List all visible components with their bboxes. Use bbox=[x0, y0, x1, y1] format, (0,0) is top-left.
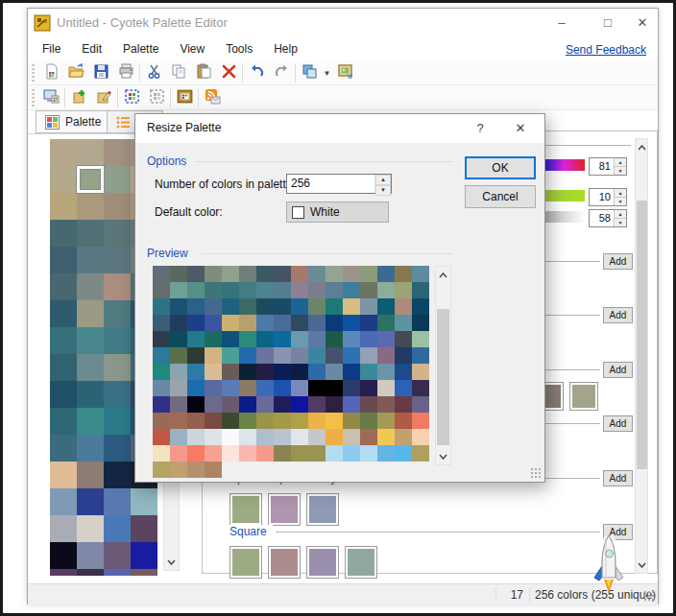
spinner-down-icon[interactable]: ▼ bbox=[615, 167, 626, 175]
palette-cell[interactable] bbox=[104, 139, 131, 166]
scheme-swatch[interactable] bbox=[306, 546, 339, 579]
cut-button[interactable] bbox=[142, 61, 165, 84]
palette-cell[interactable] bbox=[104, 300, 131, 327]
scrollbar-thumb[interactable] bbox=[437, 309, 449, 445]
palette-cell[interactable] bbox=[77, 408, 104, 435]
deselect-button[interactable] bbox=[145, 86, 168, 109]
spinner-up-icon[interactable]: ▲ bbox=[615, 189, 626, 198]
palette-cell[interactable] bbox=[50, 515, 77, 542]
send-feedback-link[interactable]: Send Feedback bbox=[566, 43, 646, 57]
palette-cell[interactable] bbox=[104, 515, 131, 542]
spinner-down-icon[interactable]: ▼ bbox=[615, 198, 626, 205]
scheme-swatch[interactable] bbox=[268, 546, 301, 579]
scheme-swatch[interactable] bbox=[306, 493, 339, 526]
palette-cell[interactable] bbox=[50, 435, 77, 462]
palette-cell[interactable] bbox=[50, 542, 77, 569]
palette-cell[interactable] bbox=[104, 166, 131, 193]
palette-cell[interactable] bbox=[104, 569, 131, 576]
palette-cell[interactable] bbox=[104, 354, 131, 381]
window-resize-grip[interactable] bbox=[643, 590, 655, 602]
add-button[interactable]: Add bbox=[603, 415, 633, 432]
scrollbar-thumb[interactable] bbox=[637, 201, 647, 469]
add-button[interactable]: Add bbox=[603, 362, 633, 378]
palette-cell[interactable] bbox=[77, 247, 104, 273]
palette-cell[interactable] bbox=[77, 488, 104, 515]
menu-file[interactable]: File bbox=[32, 39, 71, 59]
lightness-spinner[interactable]: 58▲▼ bbox=[589, 209, 627, 227]
palette-cell[interactable] bbox=[131, 515, 157, 542]
palette-cell[interactable] bbox=[104, 220, 131, 247]
menu-view[interactable]: View bbox=[169, 39, 215, 59]
scheme-swatch[interactable] bbox=[229, 493, 262, 526]
palette-cell[interactable] bbox=[50, 193, 77, 220]
palette-cell[interactable] bbox=[131, 542, 157, 569]
undo-button[interactable] bbox=[245, 61, 268, 84]
arrange-windows-button[interactable] bbox=[298, 61, 321, 84]
add-button[interactable]: Add bbox=[603, 470, 633, 486]
palette-cell[interactable] bbox=[104, 273, 131, 300]
palette-cell[interactable] bbox=[77, 462, 104, 488]
dialog-close-button[interactable]: ✕ bbox=[510, 119, 531, 138]
scheme-swatch[interactable] bbox=[345, 546, 377, 579]
palette-cell[interactable] bbox=[77, 542, 104, 569]
palette-cell[interactable] bbox=[50, 247, 77, 273]
menu-palette[interactable]: Palette bbox=[112, 39, 169, 59]
palette-cell[interactable] bbox=[104, 435, 131, 462]
palette-cell[interactable] bbox=[50, 300, 77, 327]
saturation-spinner[interactable]: 10▲▼ bbox=[589, 188, 627, 206]
paste-button[interactable] bbox=[192, 61, 215, 84]
palette-cell[interactable] bbox=[131, 569, 157, 576]
palette-cell[interactable] bbox=[77, 327, 104, 354]
palette-cell[interactable] bbox=[50, 354, 77, 381]
maximize-button[interactable]: □ bbox=[596, 13, 619, 33]
palette-cell[interactable] bbox=[77, 139, 104, 166]
palette-cell[interactable] bbox=[50, 381, 77, 408]
new-document-button[interactable] bbox=[39, 61, 62, 84]
palette-cell[interactable] bbox=[50, 408, 77, 435]
export-image-button[interactable] bbox=[333, 61, 356, 84]
palette-cell[interactable] bbox=[77, 220, 104, 247]
preview-scrollbar[interactable] bbox=[435, 266, 451, 465]
scheme-swatch[interactable] bbox=[569, 382, 598, 411]
palette-cell[interactable] bbox=[104, 542, 131, 569]
dropdown-caret-icon[interactable]: ▼ bbox=[323, 69, 331, 78]
scheme-swatch[interactable] bbox=[268, 493, 301, 526]
toolbar-grip[interactable] bbox=[32, 89, 35, 107]
palette-cell[interactable] bbox=[50, 166, 77, 193]
scroll-up-button[interactable] bbox=[436, 267, 450, 283]
palette-cell[interactable] bbox=[104, 488, 131, 515]
from-image-button[interactable] bbox=[173, 86, 196, 109]
palette-cell[interactable] bbox=[50, 462, 77, 488]
palette-cell[interactable] bbox=[104, 327, 131, 354]
scroll-down-button[interactable] bbox=[164, 554, 179, 570]
palette-cell[interactable] bbox=[77, 300, 104, 327]
palette-cell[interactable] bbox=[77, 435, 104, 462]
hue-spinner[interactable]: 81▲▼ bbox=[589, 157, 627, 176]
toolbar-grip[interactable] bbox=[32, 64, 35, 82]
send-feedback-mail-button[interactable] bbox=[201, 86, 224, 109]
palette-cell[interactable] bbox=[77, 515, 104, 542]
scroll-down-button[interactable] bbox=[436, 448, 450, 464]
add-button[interactable]: Add bbox=[603, 307, 633, 323]
palette-cell[interactable] bbox=[50, 327, 77, 354]
select-all-button[interactable] bbox=[120, 86, 143, 109]
print-button[interactable] bbox=[114, 61, 137, 84]
palette-cell[interactable] bbox=[104, 381, 131, 408]
palette-cell[interactable] bbox=[50, 139, 77, 166]
screen-palette-button[interactable] bbox=[39, 86, 62, 109]
palette-cell[interactable] bbox=[104, 193, 131, 220]
palette-cell[interactable] bbox=[77, 381, 104, 408]
scroll-up-button[interactable] bbox=[636, 139, 647, 155]
ok-button[interactable]: OK bbox=[465, 156, 536, 179]
cancel-button[interactable]: Cancel bbox=[465, 185, 536, 208]
palette-cell[interactable] bbox=[104, 408, 131, 435]
spinner-up-icon[interactable]: ▲ bbox=[615, 210, 626, 219]
default-color-button[interactable]: White bbox=[286, 201, 389, 223]
add-button[interactable]: Add bbox=[603, 253, 633, 270]
palette-cell[interactable] bbox=[77, 569, 104, 576]
edit-color-button[interactable] bbox=[92, 86, 115, 109]
close-button[interactable]: ✕ bbox=[631, 13, 654, 33]
spinner-down-icon[interactable]: ▼ bbox=[615, 219, 626, 226]
schemes-scrollbar[interactable] bbox=[635, 138, 648, 574]
menu-edit[interactable]: Edit bbox=[71, 39, 112, 59]
